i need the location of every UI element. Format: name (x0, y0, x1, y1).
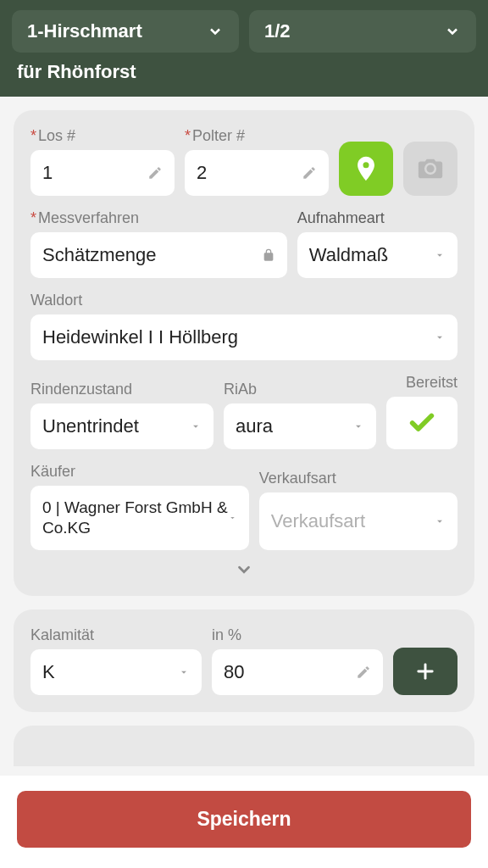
aufnahmeart-value: Waldmaß (309, 244, 388, 266)
header-select-2-value: 1/2 (264, 20, 291, 42)
messverfahren-value: Schätzmenge (42, 244, 157, 266)
waldort-select[interactable]: Heidewinkel I I Höllberg (30, 314, 458, 360)
riab-value: aura (236, 415, 273, 437)
los-input[interactable]: 1 (30, 150, 175, 196)
location-button[interactable] (339, 142, 393, 196)
pencil-icon (302, 165, 317, 181)
kaeufer-select[interactable]: 0 | Wagner Forst GmbH & Co.KG (30, 486, 249, 550)
lock-icon (262, 248, 275, 262)
bereitst-label: Bereitst (386, 374, 458, 392)
kalamitaet-label: Kalamität (30, 626, 202, 644)
verkaufsart-placeholder: Verkaufsart (271, 510, 365, 532)
caret-down-icon (352, 420, 364, 432)
kaeufer-value: 0 | Wagner Forst GmbH & Co.KG (42, 498, 228, 538)
chevron-down-icon (444, 23, 461, 40)
kalamitaet-card: Kalamität K in % 80 (14, 609, 474, 712)
save-bar: Speichern (0, 776, 488, 868)
waldort-value: Heidewinkel I I Höllberg (42, 326, 238, 348)
content-area: Los # 1 Polter # 2 (0, 97, 488, 800)
los-value: 1 (42, 162, 53, 184)
aufnahmeart-select[interactable]: Waldmaß (297, 232, 458, 278)
kaeufer-label: Käufer (30, 463, 249, 481)
main-form-card: Los # 1 Polter # 2 (14, 110, 474, 596)
pencil-icon (356, 665, 371, 680)
verkaufsart-select[interactable]: Verkaufsart (259, 492, 458, 550)
caret-down-icon (178, 666, 190, 678)
rindenzustand-value: Unentrindet (42, 415, 139, 437)
location-pin-icon (352, 154, 380, 183)
polter-value: 2 (197, 162, 207, 184)
kalamitaet-value: K (42, 661, 55, 683)
messverfahren-input[interactable]: Schätzmenge (30, 232, 287, 278)
riab-label: RiAb (224, 381, 376, 398)
expand-toggle[interactable] (30, 557, 458, 579)
save-label: Speichern (197, 808, 291, 830)
header-select-2[interactable]: 1/2 (249, 10, 476, 53)
caret-down-icon (434, 249, 446, 261)
polter-label: Polter # (185, 127, 329, 145)
bereitst-toggle[interactable] (386, 397, 458, 449)
riab-select[interactable]: aura (224, 403, 376, 449)
header-select-1[interactable]: 1-Hirschmart (12, 10, 239, 53)
kalamitaet-select[interactable]: K (30, 649, 202, 695)
rindenzustand-label: Rindenzustand (30, 381, 214, 398)
plus-icon (413, 659, 437, 683)
add-button[interactable] (393, 648, 458, 695)
caret-down-icon (434, 515, 446, 527)
verkaufsart-label: Verkaufsart (259, 470, 458, 487)
rindenzustand-select[interactable]: Unentrindet (30, 403, 214, 449)
percent-input[interactable]: 80 (212, 649, 383, 695)
pencil-icon (147, 165, 163, 181)
aufnahmeart-label: Aufnahmeart (297, 209, 458, 227)
check-icon (408, 409, 436, 437)
caret-down-icon (228, 512, 237, 524)
percent-label: in % (212, 626, 383, 644)
chevron-down-icon (230, 560, 258, 579)
chevron-down-icon (207, 23, 224, 40)
header-select-1-value: 1-Hirschmart (27, 20, 142, 42)
waldort-label: Waldort (30, 292, 458, 309)
next-card-partial (14, 726, 474, 766)
save-button[interactable]: Speichern (17, 791, 471, 848)
messverfahren-label: Messverfahren (30, 209, 287, 227)
camera-button[interactable] (403, 142, 458, 196)
percent-value: 80 (224, 661, 244, 683)
page-subtitle: für Rhönforst (12, 61, 476, 85)
app-header: 1-Hirschmart 1/2 für Rhönforst (0, 0, 488, 97)
caret-down-icon (190, 420, 202, 432)
camera-icon (416, 154, 445, 183)
los-label: Los # (30, 127, 175, 145)
polter-input[interactable]: 2 (185, 150, 329, 196)
caret-down-icon (434, 331, 446, 343)
